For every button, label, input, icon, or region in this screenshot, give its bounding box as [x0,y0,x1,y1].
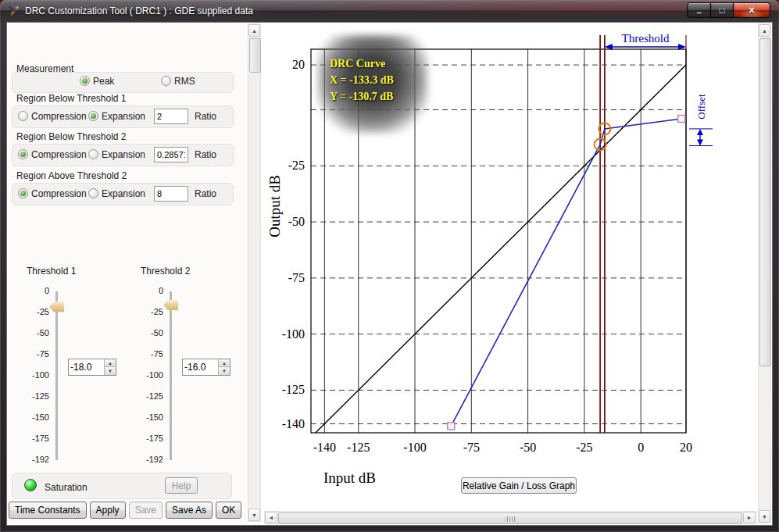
button-apply[interactable]: Apply [90,502,126,519]
y-tick-label: 20 [292,58,305,71]
minimize-icon: – [696,9,701,17]
peak-radio[interactable] [80,76,90,86]
x-tick-label: -75 [463,441,480,454]
slider-tick-label: -25 [137,307,163,317]
chart-scroll-up-icon[interactable]: ▲ [759,24,770,37]
region3-expansion-label: Expansion [102,188,145,199]
threshold2-spin-up-icon[interactable]: ▲ [218,359,230,367]
threshold2-slider-track[interactable] [170,291,172,460]
drc-curve-chart[interactable]: -140-125-100-75-50-2502020-25-50-75-100-… [263,23,758,509]
curve-endpoint-marker[interactable] [448,423,455,430]
threshold1-slider-track[interactable] [55,291,58,460]
y-tick-label: -140 [282,417,305,430]
threshold1-spinbox: ▲ ▼ [68,359,116,376]
offset-annotation-label: Offset [695,84,707,130]
close-button[interactable]: × [734,2,770,18]
panel-scroll-down-icon[interactable]: ▼ [248,509,260,521]
peak-radio-label: Peak [93,76,114,87]
threshold2-slider-thumb[interactable] [163,300,178,310]
region1-ratio-label: Ratio [195,111,216,122]
chart-horizontal-scrollbar[interactable]: ◄ ► [264,511,756,524]
minimize-button[interactable]: – [687,2,711,18]
threshold1-spin-up-icon[interactable]: ▲ [104,359,116,367]
rms-radio[interactable] [161,76,171,86]
settings-panel: Measurement Peak RMS Region Below Thresh… [7,23,248,525]
slider-tick-label: 0 [23,286,49,296]
threshold1-slider-thumb[interactable] [49,302,64,312]
y-tick-label: -75 [288,271,305,284]
threshold1-label: Threshold 1 [27,266,76,277]
slider-tick-label: 0 [137,286,163,296]
window-controls: – □ × [687,2,770,18]
region3-ratio-label: Ratio [195,188,216,199]
region1-expansion-label: Expansion [102,111,145,122]
threshold2-spin-down-icon[interactable]: ▼ [218,367,230,375]
panel-scroll-up-icon[interactable]: ▲ [248,24,260,37]
slider-tick-label: -150 [137,412,163,423]
x-tick-label: -125 [347,441,370,454]
button-ok[interactable]: OK [216,502,241,519]
slider-tick-label: -175 [23,434,49,444]
region1-ratio-input[interactable] [154,109,188,124]
y-axis-label: Output dB [266,175,283,237]
plot-border [311,49,686,433]
threshold2-label: Threshold 2 [141,266,190,277]
bottom-button-row: Time ConstantsApplySaveSave AsOK [9,502,241,519]
region2-expansion-label: Expansion [102,149,145,160]
x-tick-label: 0 [638,441,644,454]
curve-endpoint-marker[interactable] [678,116,685,123]
threshold2-spinbox: ▲ ▼ [182,359,230,376]
region2-ratio-label: Ratio [195,149,216,160]
region2-ratio-input[interactable] [154,147,188,162]
slider-tick-label: -100 [137,370,163,380]
saturation-label: Saturation [45,482,88,493]
threshold1-value-input[interactable] [69,359,103,375]
titlebar[interactable]: DRC Customization Tool ( DRC1 ) : GDE su… [0,0,779,22]
maximize-button[interactable]: □ [711,2,734,18]
region3-compression-radio[interactable] [18,188,28,198]
offset-arrowhead-top [697,129,703,135]
region1-compression-radio[interactable] [18,111,28,121]
app-icon [8,5,20,17]
chart-vertical-scrollbar[interactable]: ▲ ▼ [758,23,771,523]
y-tick-label: -125 [282,383,305,396]
x-axis-label: Input dB [323,470,376,486]
chart-horizontal-scrollbar-thumb[interactable] [278,512,742,524]
slider-tick-label: -75 [137,349,163,359]
region2-expansion-radio[interactable] [88,149,98,159]
button-time-constants[interactable]: Time Constants [9,502,87,519]
saturation-led-indicator [24,479,37,491]
threshold1-spin-down-icon[interactable]: ▼ [104,367,116,375]
threshold-annotation-label: Threshold [599,32,692,45]
region1-expansion-radio[interactable] [88,111,98,121]
region2-compression-radio[interactable] [18,149,28,159]
button-save-as[interactable]: Save As [166,502,213,519]
region3-ratio-input[interactable] [154,186,188,202]
app-window: DRC Customization Tool ( DRC1 ) : GDE su… [0,0,779,532]
y-tick-label: -100 [282,327,305,341]
client-area: Measurement Peak RMS Region Below Thresh… [6,22,773,526]
region2-compression-label: Compression [31,149,87,160]
slider-tick-label: -192 [23,455,49,465]
panel-scrollbar-thumb[interactable] [249,38,261,73]
chart-scroll-right-icon[interactable]: ► [743,512,756,523]
relative-gain-loss-button[interactable]: Relative Gain / Loss Graph [461,477,577,494]
chart-area: -140-125-100-75-50-2502020-25-50-75-100-… [263,23,758,525]
x-tick-label: 20 [680,441,692,454]
slider-tick-label: -50 [137,328,163,338]
chart-scroll-down-icon[interactable]: ▼ [759,510,770,523]
measurement-group [12,72,234,93]
region-below-1-label: Region Below Threshold 1 [16,93,127,104]
region3-compression-label: Compression [31,188,87,199]
panel-scrollbar[interactable]: ▲ ▼ [248,23,261,522]
rms-radio-label: RMS [174,76,195,87]
threshold2-value-input[interactable] [183,359,217,375]
x-tick-label: -140 [313,441,336,454]
y-tick-label: -25 [288,159,305,172]
threshold2-spinner: ▲ ▼ [218,359,230,375]
slider-tick-label: -100 [23,370,49,380]
chart-vertical-scrollbar-thumb[interactable] [759,38,771,366]
threshold1-spinner: ▲ ▼ [104,359,116,375]
region3-expansion-radio[interactable] [88,188,98,198]
chart-scroll-left-icon[interactable]: ◄ [265,512,277,523]
